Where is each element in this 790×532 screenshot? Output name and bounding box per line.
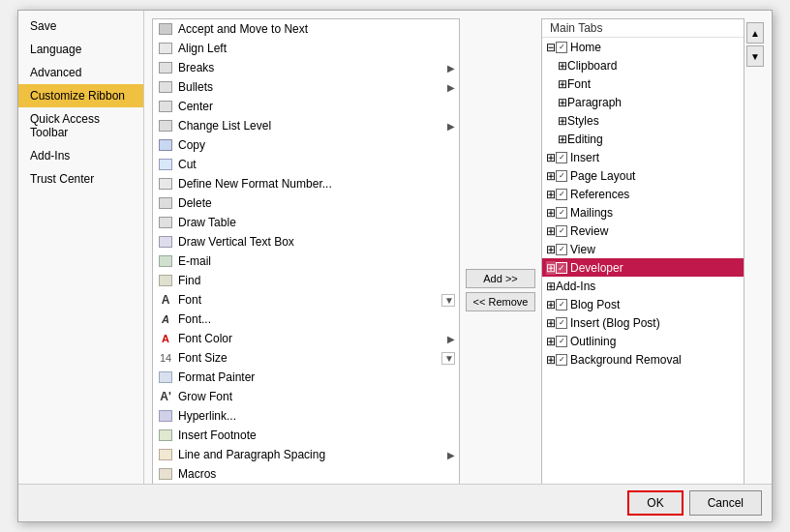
list-item-copy[interactable]: Copy: [153, 135, 459, 155]
list-item[interactable]: Align Left: [153, 39, 459, 58]
fontsize-dropdown-btn[interactable]: ▼: [441, 352, 455, 365]
expand-outlining[interactable]: ⊞: [546, 335, 556, 348]
expand-clipboard[interactable]: ⊞: [558, 59, 567, 73]
checkbox-developer[interactable]: ✓: [556, 262, 567, 274]
list-item[interactable]: Insert Footnote: [153, 426, 459, 445]
tree-item-editing[interactable]: ⊞ Editing: [554, 130, 744, 148]
nav-advanced[interactable]: Advanced: [18, 61, 143, 84]
expand-home[interactable]: ⊟: [546, 41, 556, 54]
submenu-arrow: ▶: [447, 82, 455, 93]
checkbox-mailings[interactable]: [556, 207, 567, 219]
remove-button[interactable]: << Remove: [466, 292, 535, 311]
expand-styles[interactable]: ⊞: [558, 114, 567, 128]
tree-item-styles[interactable]: ⊞ Styles: [554, 111, 744, 130]
submenu-arrow: ▶: [447, 334, 455, 344]
font-dropdown-btn[interactable]: ▼: [441, 294, 455, 307]
item-icon: [157, 176, 174, 192]
expand-font[interactable]: ⊞: [558, 77, 567, 91]
expand-insert[interactable]: ⊞: [546, 151, 556, 164]
tree-item-pagelayout[interactable]: ⊞ Page Layout: [542, 166, 744, 185]
item-icon: [157, 60, 174, 75]
customize-ribbon-dialog: Save Language Advanced Customize Ribbon …: [17, 10, 773, 522]
tree-item-review[interactable]: ⊞ Review: [542, 222, 744, 240]
checkbox-pagelayout[interactable]: [556, 170, 567, 182]
list-item-font[interactable]: A Font ▼: [153, 290, 459, 310]
submenu-arrow: ▶: [447, 450, 455, 460]
tree-item-home[interactable]: ⊟ Home: [542, 38, 744, 56]
move-down-button[interactable]: ▼: [746, 45, 764, 67]
checkbox-insert-blog[interactable]: [556, 317, 567, 329]
expand-review[interactable]: ⊞: [546, 224, 556, 238]
list-item[interactable]: Draw Table: [153, 213, 459, 232]
list-item[interactable]: Find: [153, 271, 459, 290]
list-item-draw-vertical[interactable]: Draw Vertical Text Box: [153, 232, 459, 251]
tree-item-addins[interactable]: ⊞ Add-Ins: [542, 277, 744, 295]
item-icon: [157, 447, 174, 462]
tree-item-developer[interactable]: ⊞ ✓ Developer: [542, 258, 744, 277]
list-item[interactable]: Breaks ▶: [153, 58, 459, 77]
checkbox-blogpost[interactable]: [556, 299, 567, 310]
list-item[interactable]: Center: [153, 97, 459, 116]
list-item[interactable]: Bullets ▶: [153, 77, 459, 97]
tree-item-view[interactable]: ⊞ View: [542, 240, 744, 258]
add-button[interactable]: Add >>: [466, 269, 535, 288]
expand-bg-removal[interactable]: ⊞: [546, 353, 556, 367]
nav-customize-ribbon[interactable]: Customize Ribbon: [18, 84, 143, 107]
expand-view[interactable]: ⊞: [546, 243, 556, 256]
expand-editing[interactable]: ⊞: [558, 133, 567, 146]
expand-developer[interactable]: ⊞: [546, 261, 556, 275]
list-item[interactable]: Cut: [153, 155, 459, 174]
list-item[interactable]: Line and Paragraph Spacing ▶: [153, 445, 459, 464]
list-item[interactable]: Delete: [153, 193, 459, 213]
item-icon: [157, 21, 174, 37]
tree-item-insert-blog[interactable]: ⊞ Insert (Blog Post): [542, 313, 744, 332]
expand-addins[interactable]: ⊞: [546, 280, 556, 293]
expand-pagelayout[interactable]: ⊞: [546, 169, 556, 183]
list-item[interactable]: 14 Font Size ▼: [153, 348, 459, 368]
item-icon: [157, 408, 174, 424]
list-item[interactable]: A Font Color ▶: [153, 329, 459, 348]
tree-item-bg-removal[interactable]: ⊞ Background Removal: [542, 350, 744, 369]
tree-item-paragraph[interactable]: ⊞ Paragraph: [554, 93, 744, 111]
list-item[interactable]: E-mail: [153, 251, 459, 271]
nav-quick-access[interactable]: Quick Access Toolbar: [18, 107, 143, 144]
list-item[interactable]: Hyperlink...: [153, 406, 459, 426]
list-item[interactable]: Macros: [153, 464, 459, 484]
tree-item-insert[interactable]: ⊞ Insert: [542, 148, 744, 166]
tree-item-clipboard[interactable]: ⊞ Clipboard: [554, 56, 744, 74]
nav-addins[interactable]: Add-Ins: [18, 144, 143, 167]
expand-mailings[interactable]: ⊞: [546, 206, 556, 220]
nav-language[interactable]: Language: [18, 38, 143, 61]
expand-blogpost[interactable]: ⊞: [546, 298, 556, 311]
list-item[interactable]: Format Painter: [153, 368, 459, 387]
item-icon: 14: [157, 350, 174, 366]
tree-item-blogpost[interactable]: ⊞ Blog Post: [542, 295, 744, 313]
tree-item-references[interactable]: ⊞ References: [542, 185, 744, 203]
main-tabs-label: Main Tabs: [546, 19, 606, 37]
tree-item-outlining[interactable]: ⊞ Outlining: [542, 332, 744, 350]
checkbox-review[interactable]: [556, 225, 567, 237]
nav-save[interactable]: Save: [18, 15, 143, 38]
list-item[interactable]: Change List Level ▶: [153, 116, 459, 135]
checkbox-view[interactable]: [556, 244, 567, 255]
move-up-button[interactable]: ▲: [746, 22, 764, 44]
checkbox-home[interactable]: [556, 42, 567, 53]
expand-paragraph[interactable]: ⊞: [558, 96, 567, 109]
nav-trust-center[interactable]: Trust Center: [18, 167, 143, 191]
checkbox-insert[interactable]: [556, 152, 567, 163]
cancel-button[interactable]: Cancel: [689, 490, 762, 516]
checkbox-outlining[interactable]: [556, 336, 567, 347]
tree-item-mailings[interactable]: ⊞ Mailings: [542, 203, 744, 222]
list-item[interactable]: A' Grow Font: [153, 387, 459, 406]
expand-references[interactable]: ⊞: [546, 188, 556, 201]
checkbox-references[interactable]: [556, 189, 567, 200]
checkbox-bg-removal[interactable]: [556, 354, 567, 366]
main-tabs-header: Main Tabs: [542, 19, 744, 38]
tree-item-font[interactable]: ⊞ Font: [554, 74, 744, 93]
item-icon: [157, 466, 174, 482]
list-item[interactable]: Define New Format Number...: [153, 174, 459, 193]
list-item[interactable]: A Font...: [153, 310, 459, 329]
list-item[interactable]: Accept and Move to Next: [153, 19, 459, 39]
ok-button[interactable]: OK: [627, 490, 683, 516]
expand-insert-blog[interactable]: ⊞: [546, 316, 556, 330]
